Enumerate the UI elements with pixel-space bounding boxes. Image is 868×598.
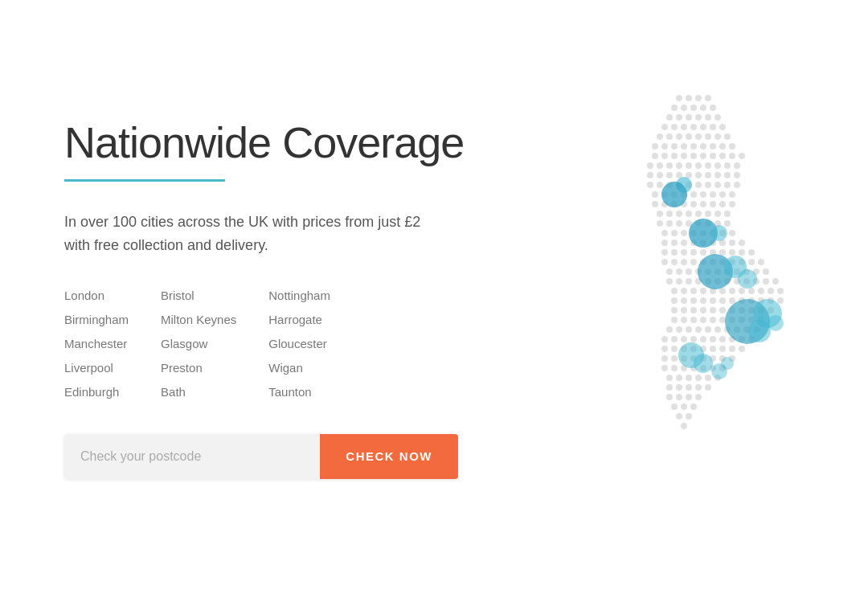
svg-point-25 xyxy=(686,133,692,140)
svg-point-271 xyxy=(686,384,692,391)
svg-point-56 xyxy=(714,162,721,169)
svg-point-68 xyxy=(734,172,740,178)
svg-point-103 xyxy=(714,211,721,217)
svg-point-77 xyxy=(724,182,731,188)
svg-point-280 xyxy=(690,403,697,410)
svg-point-26 xyxy=(695,133,702,140)
city-column-1: London Birmingham Manchester Liverpool E… xyxy=(64,286,129,402)
svg-point-181 xyxy=(739,288,745,294)
svg-point-213 xyxy=(710,317,716,323)
svg-point-210 xyxy=(681,317,687,323)
svg-point-65 xyxy=(705,172,711,178)
svg-point-283 xyxy=(681,423,687,429)
svg-point-12 xyxy=(695,114,702,121)
svg-point-246 xyxy=(729,346,735,352)
svg-point-263 xyxy=(666,375,673,381)
svg-point-8 xyxy=(710,104,716,111)
svg-point-76 xyxy=(714,182,721,188)
svg-point-137 xyxy=(729,249,735,256)
svg-point-1 xyxy=(686,95,692,101)
svg-point-199 xyxy=(681,307,687,313)
svg-point-184 xyxy=(768,288,774,294)
svg-point-44 xyxy=(700,153,706,159)
svg-point-66 xyxy=(714,172,721,178)
svg-point-179 xyxy=(719,288,726,294)
svg-point-95 xyxy=(719,201,726,207)
svg-point-36 xyxy=(710,143,716,150)
svg-point-23 xyxy=(666,133,673,140)
svg-point-231 xyxy=(681,336,687,342)
svg-point-266 xyxy=(695,375,702,381)
svg-point-212 xyxy=(700,317,706,323)
svg-point-94 xyxy=(710,201,716,207)
svg-point-57 xyxy=(724,162,731,169)
check-now-button[interactable]: CHECK NOW xyxy=(320,434,458,479)
svg-point-48 xyxy=(739,153,745,159)
svg-point-123 xyxy=(681,240,687,246)
city-nottingham: Nottingham xyxy=(268,286,330,305)
svg-point-223 xyxy=(705,326,711,333)
svg-point-287 xyxy=(711,225,727,241)
title-underline xyxy=(64,179,225,182)
svg-point-152 xyxy=(676,268,682,275)
svg-point-17 xyxy=(681,124,687,130)
svg-point-270 xyxy=(676,384,682,391)
svg-point-30 xyxy=(652,143,658,150)
svg-point-39 xyxy=(652,153,658,159)
svg-point-113 xyxy=(661,230,668,236)
svg-point-92 xyxy=(690,201,697,207)
svg-point-224 xyxy=(714,326,721,333)
svg-point-6 xyxy=(690,104,697,111)
svg-point-138 xyxy=(739,249,745,256)
svg-point-84 xyxy=(700,191,706,198)
svg-point-64 xyxy=(695,172,702,178)
svg-point-298 xyxy=(721,357,734,370)
svg-point-98 xyxy=(666,211,673,217)
svg-point-75 xyxy=(705,182,711,188)
city-manchester: Manchester xyxy=(64,334,129,354)
svg-point-249 xyxy=(671,355,678,362)
svg-point-22 xyxy=(657,133,663,140)
svg-point-248 xyxy=(661,355,668,362)
svg-point-150 xyxy=(758,259,764,265)
svg-point-272 xyxy=(695,384,702,391)
svg-point-41 xyxy=(671,153,678,159)
svg-point-27 xyxy=(705,133,711,140)
svg-point-35 xyxy=(700,143,706,150)
city-column-3: Nottingham Harrogate Gloucester Wigan Ta… xyxy=(268,286,330,402)
svg-point-9 xyxy=(666,114,673,121)
svg-point-11 xyxy=(686,114,692,121)
svg-point-115 xyxy=(681,230,687,236)
svg-point-67 xyxy=(724,172,731,178)
city-milton-keynes: Milton Keynes xyxy=(161,310,236,330)
svg-point-267 xyxy=(705,375,711,381)
city-column-2: Bristol Milton Keynes Glasgow Preston Ba… xyxy=(161,286,236,402)
svg-point-47 xyxy=(729,153,735,159)
svg-point-141 xyxy=(671,259,678,265)
svg-point-143 xyxy=(690,259,697,265)
svg-point-174 xyxy=(671,288,678,294)
svg-point-191 xyxy=(719,297,726,304)
svg-point-142 xyxy=(681,259,687,265)
svg-point-247 xyxy=(739,346,745,352)
svg-point-45 xyxy=(710,153,716,159)
svg-point-85 xyxy=(710,191,716,198)
svg-point-55 xyxy=(705,162,711,169)
postcode-input[interactable] xyxy=(64,434,320,479)
svg-point-52 xyxy=(676,162,682,169)
svg-point-230 xyxy=(671,336,678,342)
svg-point-0 xyxy=(676,95,682,101)
svg-point-59 xyxy=(647,172,653,178)
description-text: In over 100 cities across the UK with pr… xyxy=(64,211,450,257)
svg-point-274 xyxy=(666,394,673,400)
svg-point-24 xyxy=(676,133,682,140)
svg-point-107 xyxy=(676,220,682,227)
svg-point-19 xyxy=(700,124,706,130)
svg-point-222 xyxy=(695,326,702,333)
svg-point-186 xyxy=(671,297,678,304)
uk-map xyxy=(530,74,804,524)
svg-point-235 xyxy=(719,336,726,342)
svg-point-276 xyxy=(686,394,692,400)
svg-point-172 xyxy=(763,278,769,285)
svg-point-197 xyxy=(777,297,784,304)
